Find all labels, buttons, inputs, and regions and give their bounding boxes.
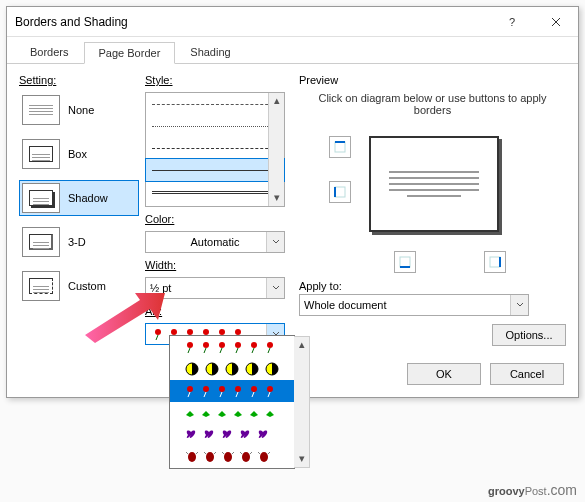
art-list-scrollbar[interactable]: ▴▾: [294, 336, 310, 468]
svg-point-20: [187, 342, 193, 348]
svg-rect-37: [182, 383, 282, 399]
svg-line-61: [240, 452, 242, 454]
color-value: Automatic: [150, 236, 280, 248]
color-dropdown[interactable]: Automatic: [145, 231, 285, 253]
close-icon: [551, 17, 561, 27]
svg-rect-18: [490, 257, 500, 267]
svg-point-40: [219, 386, 225, 392]
svg-point-39: [203, 386, 209, 392]
setting-shadow[interactable]: Shadow: [19, 180, 139, 216]
svg-line-29: [236, 348, 238, 353]
setting-3d[interactable]: 3-D: [19, 224, 139, 260]
border-left-button[interactable]: [329, 181, 351, 203]
svg-rect-12: [335, 142, 345, 152]
svg-point-53: [242, 452, 250, 462]
svg-line-55: [186, 452, 188, 454]
setting-box-label: Box: [68, 148, 87, 160]
art-option-roses[interactable]: [170, 336, 294, 358]
art-option-tulips[interactable]: [170, 380, 294, 402]
svg-rect-14: [335, 187, 345, 197]
preview-hint: Click on diagram below or use buttons to…: [299, 92, 566, 116]
close-button[interactable]: [534, 7, 578, 37]
svg-point-50: [188, 452, 196, 462]
svg-rect-16: [400, 257, 410, 267]
border-bottom-button[interactable]: [394, 251, 416, 273]
help-button[interactable]: ?: [490, 7, 534, 37]
setting-none-label: None: [68, 104, 94, 116]
width-label: Width:: [145, 259, 285, 271]
svg-line-26: [188, 348, 190, 353]
svg-point-42: [251, 386, 257, 392]
style-scrollbar[interactable]: ▴▾: [268, 93, 284, 206]
border-right-button[interactable]: [484, 251, 506, 273]
svg-point-21: [203, 342, 209, 348]
apply-to-value: Whole document: [304, 299, 387, 311]
svg-line-27: [204, 348, 206, 353]
art-dropdown-list[interactable]: ▴▾: [169, 335, 295, 469]
art-option-butterflies[interactable]: [170, 424, 294, 446]
tab-shading[interactable]: Shading: [175, 41, 245, 63]
dialog-title: Borders and Shading: [15, 15, 490, 29]
svg-line-62: [250, 452, 252, 454]
preview-page[interactable]: [369, 136, 499, 232]
setting-label: Setting:: [19, 74, 139, 86]
svg-line-58: [214, 452, 216, 454]
svg-point-22: [219, 342, 225, 348]
setting-none[interactable]: None: [19, 92, 139, 128]
svg-line-28: [220, 348, 222, 353]
chevron-down-icon: [266, 278, 284, 298]
setting-box[interactable]: Box: [19, 136, 139, 172]
callout-arrow-icon: [80, 285, 170, 345]
ok-button[interactable]: OK: [407, 363, 481, 385]
options-button[interactable]: Options...: [492, 324, 566, 346]
svg-line-63: [258, 452, 260, 454]
tab-page-border[interactable]: Page Border: [84, 42, 176, 64]
svg-point-23: [235, 342, 241, 348]
setting-shadow-label: Shadow: [68, 192, 108, 204]
svg-point-54: [260, 452, 268, 462]
svg-point-51: [206, 452, 214, 462]
svg-point-41: [235, 386, 241, 392]
svg-line-60: [232, 452, 234, 454]
chevron-down-icon: [510, 295, 528, 315]
preview-area: [299, 126, 566, 276]
apply-to-label: Apply to:: [299, 280, 566, 292]
style-label: Style:: [145, 74, 285, 86]
cancel-button[interactable]: Cancel: [490, 363, 564, 385]
chevron-down-icon: [266, 232, 284, 252]
border-top-button[interactable]: [329, 136, 351, 158]
svg-line-30: [252, 348, 254, 353]
color-label: Color:: [145, 213, 285, 225]
svg-point-24: [251, 342, 257, 348]
tab-borders[interactable]: Borders: [15, 41, 84, 63]
svg-line-56: [196, 452, 198, 454]
art-option-birds[interactable]: [170, 402, 294, 424]
svg-line-59: [222, 452, 224, 454]
svg-point-52: [224, 452, 232, 462]
art-option-pinwheels[interactable]: [170, 358, 294, 380]
svg-line-57: [204, 452, 206, 454]
svg-line-31: [268, 348, 270, 353]
art-option-beetles[interactable]: [170, 446, 294, 468]
preview-section: Preview Click on diagram below or use bu…: [299, 72, 566, 351]
watermark: groovyPost.com: [488, 482, 577, 498]
setting-3d-label: 3-D: [68, 236, 86, 248]
svg-point-43: [267, 386, 273, 392]
preview-label: Preview: [299, 74, 566, 86]
svg-point-38: [187, 386, 193, 392]
tab-bar: Borders Page Border Shading: [7, 37, 578, 64]
apply-to-dropdown[interactable]: Whole document: [299, 294, 529, 316]
titlebar: Borders and Shading ?: [7, 7, 578, 37]
style-listbox[interactable]: ▴▾: [145, 92, 285, 207]
svg-line-64: [268, 452, 270, 454]
svg-point-25: [267, 342, 273, 348]
